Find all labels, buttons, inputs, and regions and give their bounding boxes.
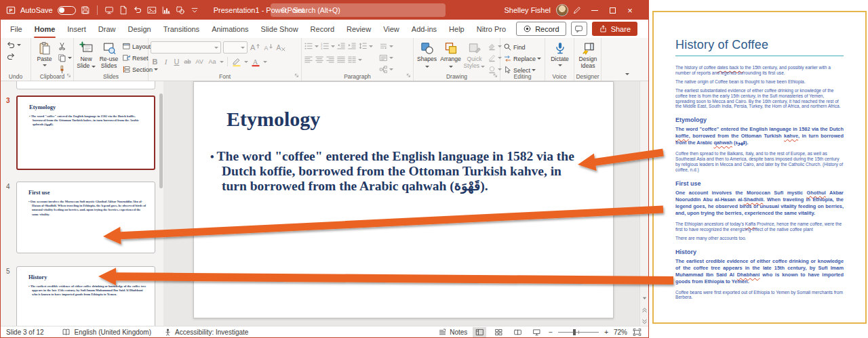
slide-thumbnail-5[interactable]: HistoryThe earliest credible evidence of… (16, 266, 155, 328)
ribbon-tab-view[interactable]: View (377, 20, 406, 38)
language-indicator[interactable]: English (United Kingdom) (75, 329, 151, 336)
text-direction-icon (379, 42, 388, 51)
ribbon-tab-row: FileHomeInsertDrawDesignTransitionsAnima… (1, 20, 648, 38)
insert-shapes-icon[interactable] (176, 5, 185, 15)
autosave-toggle[interactable] (58, 6, 76, 15)
spell-check-button[interactable] (62, 328, 71, 337)
slide-title-text[interactable]: Etymology (226, 108, 320, 131)
save-icon[interactable] (81, 5, 90, 15)
start-slideshow-icon[interactable] (104, 5, 114, 15)
document-heading-etymology: Etymology (675, 117, 844, 123)
slide-thumbnail-4[interactable]: First useOne account involves the Morocc… (16, 182, 155, 253)
thumbnail-slide-body: One account involves the Moroccan Sufi m… (28, 200, 146, 217)
voice-group: Dictate Voice (545, 38, 574, 81)
zoom-in-button[interactable]: + (604, 329, 608, 336)
shapes-button[interactable]: Shapes (416, 40, 438, 69)
ribbon-tab-design[interactable]: Design (121, 20, 157, 38)
paragraph-group-label: Paragraph (302, 73, 413, 80)
comment-icon (574, 24, 583, 33)
zoom-slider-thumb[interactable] (573, 329, 576, 335)
redo-button[interactable] (5, 51, 22, 62)
drawing-dialog-launcher[interactable] (493, 73, 499, 79)
cut-button[interactable] (57, 41, 73, 51)
replace-button[interactable]: Replace (502, 54, 542, 64)
autosave-toggle-knob (59, 7, 64, 13)
undo-group: Undo (1, 38, 31, 81)
dictate-button[interactable]: Dictate (547, 40, 572, 66)
comments-button[interactable] (571, 22, 587, 36)
ribbon-tab-add-ins[interactable]: Add-ins (406, 20, 443, 38)
ribbon-tab-transitions[interactable]: Transitions (157, 20, 205, 38)
zoom-slider[interactable] (558, 332, 599, 333)
slide-thumbnail-2-partial[interactable] (16, 81, 155, 89)
paragraph-dialog-launcher[interactable] (406, 73, 412, 79)
slide-counter[interactable]: Slide 3 of 12 (6, 329, 44, 336)
text-segment: The Ethiopian ancestors of today's (675, 221, 745, 226)
ribbon-tab-file[interactable]: File (4, 20, 28, 38)
accessibility-button[interactable]: Accessibility: Investigate (163, 328, 248, 337)
editor-scrollbar[interactable] (639, 81, 648, 328)
ribbon-tab-record[interactable]: Record (304, 20, 340, 38)
ribbon-tab-nitro-pro[interactable]: Nitro Pro (471, 20, 512, 38)
slideshow-icon (532, 328, 541, 337)
misspelled-word: koffie (675, 133, 689, 139)
document-title: History of Coffee (675, 38, 844, 52)
fit-slide-to-window-icon[interactable] (633, 328, 642, 337)
slideshow-view-button[interactable] (530, 327, 543, 337)
copy-button[interactable] (57, 53, 73, 63)
record-button[interactable]: Record (516, 22, 566, 36)
design-ideas-button[interactable]: Design Ideas (576, 40, 599, 69)
share-button[interactable]: Share (592, 22, 637, 36)
slide-body-text[interactable]: The word "coffee" entered the English la… (210, 149, 589, 194)
paste-button[interactable]: Paste (33, 40, 56, 66)
reading-view-button[interactable] (511, 327, 524, 337)
misspelled-word: dates back to (717, 65, 743, 70)
slide-thumbnail-3[interactable]: EtymologyThe word "coffee" entered the E… (16, 96, 155, 170)
slide-sorter-view-button[interactable] (492, 327, 505, 337)
find-button[interactable]: Find (502, 42, 542, 52)
search-icon (280, 6, 289, 15)
quick-undo-icon[interactable] (133, 5, 142, 15)
document-paragraph: The earliest substantiated evidence of e… (675, 88, 844, 110)
zoom-level[interactable]: 72% (614, 329, 627, 336)
ribbon-tab-review[interactable]: Review (340, 20, 377, 38)
close-button[interactable]: × (621, 1, 639, 20)
previous-slide-icon[interactable] (641, 306, 648, 314)
font-dialog-launcher[interactable] (294, 73, 300, 79)
collapse-ribbon-chevron-icon[interactable] (625, 66, 629, 78)
insert-chart-icon[interactable] (161, 5, 171, 15)
thumbnail-scrollbar[interactable] (159, 93, 163, 188)
new-file-icon[interactable] (119, 5, 128, 15)
normal-view-button[interactable] (473, 327, 486, 337)
shrink-font-icon: A (262, 42, 273, 53)
ribbon-tab-slide-show[interactable]: Slide Show (255, 20, 304, 38)
undo-button[interactable] (5, 40, 22, 50)
arrange-button[interactable]: Arrange (439, 40, 462, 69)
ribbon-tab-insert[interactable]: Insert (61, 20, 92, 38)
maximize-button[interactable] (604, 1, 621, 20)
quick-styles-button: Quick Styles (463, 40, 486, 69)
new-slide-button[interactable]: New Slide (76, 40, 96, 69)
scroll-down-icon[interactable] (641, 295, 648, 302)
ribbon-tab-home[interactable]: Home (28, 20, 62, 38)
zoom-out-button[interactable]: − (549, 329, 553, 336)
notes-button[interactable]: Notes (438, 328, 467, 337)
numbering-icon: 123 (320, 41, 330, 51)
next-slide-icon[interactable] (641, 318, 648, 325)
minimize-button[interactable] (586, 1, 604, 20)
inking-pen-icon[interactable] (568, 1, 586, 20)
svg-text:A: A (264, 45, 269, 51)
ribbon-tab-animations[interactable]: Animations (205, 20, 254, 38)
ribbon-tab-help[interactable]: Help (443, 20, 471, 38)
slide-canvas[interactable]: Etymology The word "coffee" entered the … (193, 81, 614, 318)
reuse-slides-button[interactable]: Re-use Slides (98, 40, 120, 69)
search-input[interactable]: Search (Alt+Q) (271, 3, 446, 17)
document-heading-history: History (675, 249, 844, 255)
user-avatar[interactable] (556, 4, 568, 16)
account-name[interactable]: Shelley Fishel (505, 6, 551, 14)
ribbon-tab-draw[interactable]: Draw (92, 20, 122, 38)
insert-picture-icon[interactable] (147, 5, 157, 15)
powerpoint-app-icon[interactable]: P (6, 5, 16, 15)
clipboard-dialog-launcher[interactable] (66, 73, 73, 79)
customize-toolbar-icon[interactable] (190, 5, 199, 15)
